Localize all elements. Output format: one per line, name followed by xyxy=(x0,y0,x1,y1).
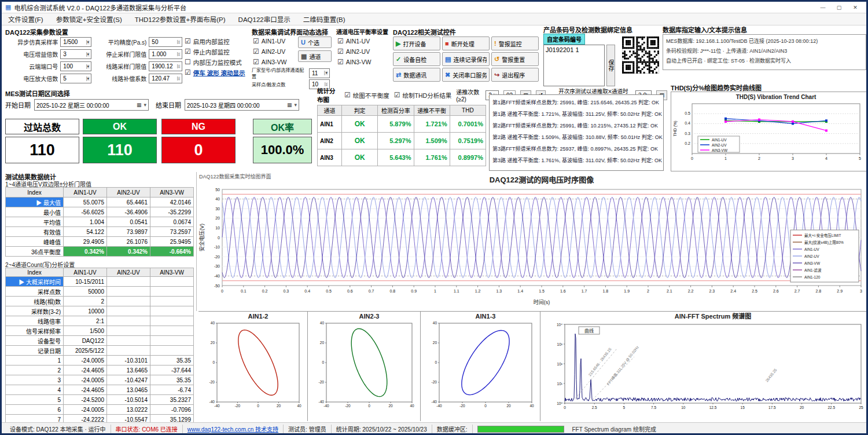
daq-control-button-7[interactable]: ✖关闭串口服务 xyxy=(442,68,490,82)
table-row[interactable]: ▶ 大概采样时间10-15/2011 xyxy=(6,277,194,287)
fft-panel: AIN-FFT Spectrum 频谱图10⁴10³10²10¹10⁰02.55… xyxy=(540,311,868,421)
result-row[interactable]: AIN3OK5.643%1.761%0.8997% xyxy=(318,149,486,166)
status-segment[interactable]: www.daq122-tech.com.cn 技术支持 xyxy=(183,425,284,433)
balance-checkbox-1[interactable]: ☑AIN2-UV xyxy=(337,46,372,57)
table-row[interactable]: 2-24.460513.6465-37.644 xyxy=(6,365,194,375)
thd-trend-chart[interactable]: THD(S) Vibration Trend Chart0.20.30.40.5… xyxy=(671,92,867,171)
table-row[interactable]: 线路(相)数2 xyxy=(6,297,194,306)
daq-option-checkbox-1[interactable]: ☑停止内部监控 xyxy=(185,46,249,57)
svg-text:-20: -20 xyxy=(209,380,215,384)
balance-checkbox-2[interactable]: ☑AIN3-VW xyxy=(337,57,372,67)
chevron-down-icon[interactable]: ▾ xyxy=(294,102,297,108)
table-row[interactable]: 最小值-56.6025-36.4906-35.2299 xyxy=(6,207,194,217)
maximize-button[interactable]: ▢ xyxy=(832,3,847,12)
table-row[interactable]: 设备型号DAQ122 xyxy=(6,336,194,346)
table-row[interactable]: 有效值54.12273.989773.2597 xyxy=(6,227,194,237)
table-row[interactable]: 信号采样频率1/500 xyxy=(6,326,194,336)
svg-text:2.5: 2.5 xyxy=(592,405,597,410)
status-segment: 测试员: 管理员 xyxy=(284,425,332,433)
barcode-input[interactable]: J0192201 1 xyxy=(543,45,605,86)
daq-control-button-5[interactable]: ↺警报重置 xyxy=(491,52,539,66)
svg-text:AIN1-3: AIN1-3 xyxy=(476,313,496,320)
table-row[interactable]: 采样点数50000 xyxy=(6,287,194,297)
table-row[interactable]: 1-24.0005-10.310135.35 xyxy=(6,356,194,365)
daq-option-checkbox-0[interactable]: ☑启用内部监控 xyxy=(185,36,249,46)
table-row[interactable]: 线路倍率2:1 xyxy=(6,316,194,326)
menu-item-2[interactable]: THD122参数设置+界面布局(P) xyxy=(128,13,232,25)
menu-item-4[interactable]: 二维码重置(B) xyxy=(297,13,352,25)
daq-param-fields: 异步仿真采样率1/500▾平均精度(Pa.s)50↕电压增益倍数3▾停止采样门限… xyxy=(5,36,182,85)
calendar-icon[interactable]: ▦ xyxy=(137,102,142,108)
table-row[interactable]: 峰峰值29.490526.107625.9495 xyxy=(6,237,194,247)
minimize-button[interactable]: — xyxy=(815,3,830,12)
param-input[interactable]: 1/500▾ xyxy=(60,37,91,47)
table-row[interactable]: ▶ 最大值55.007565.446142.0146 xyxy=(6,198,194,207)
param-input[interactable]: 100▾ xyxy=(60,61,91,71)
table-row[interactable]: 4-24.460513.0465-6.74 xyxy=(6,385,194,395)
daq-control-button-6[interactable]: ⇄数据通讯 xyxy=(393,68,440,82)
lissajous-chart-ain1-3[interactable]: AIN1-3-40-2002040-40-2002040 xyxy=(421,312,540,422)
daq-control-button-3[interactable]: ✓设备自检 xyxy=(393,52,440,66)
menu-item-0[interactable]: 文件设置(F) xyxy=(2,13,50,25)
lissajous-chart-ain1-2[interactable]: AIN1-2-40-2002040-40-2002040 xyxy=(198,312,307,422)
result-table-box: 通道判定检测百分率递推不平衡THDAIN1OK5.879%1.721%0.700… xyxy=(317,105,486,171)
table-row[interactable]: 平均值1.0040.05410.0674 xyxy=(6,217,194,227)
channel-mode-button-0[interactable]: U个选 xyxy=(298,36,332,48)
chevron-down-icon[interactable]: ▾ xyxy=(144,102,146,108)
result-row[interactable]: AIN1OK5.879%1.721%0.7001% xyxy=(318,116,486,133)
table-row[interactable]: 6-24.000513.0222-0.7096 xyxy=(6,405,194,415)
fft-spectrum-chart[interactable]: AIN-FFT Spectrum 频谱图10⁴10³10²10¹10⁰02.55… xyxy=(540,312,868,422)
param-input[interactable]: 120.47↕ xyxy=(149,74,182,83)
channel-mode-button-1[interactable]: ▦通道 xyxy=(298,50,332,62)
channel-checkbox-0[interactable]: ☑AIN1-UV xyxy=(253,36,296,46)
panel-daq-controls-title: DAQ122相关测试控件 xyxy=(393,27,541,36)
channel-checkbox-2[interactable]: ☑AIN3-VW xyxy=(253,57,296,67)
svg-text:20: 20 xyxy=(211,341,215,345)
param-input[interactable]: 1.000↕ xyxy=(149,49,182,59)
table-row[interactable]: 5-24.5200-10.501435.2327 xyxy=(6,395,194,405)
combo-label: 厂家型号/内部选择通道配置 xyxy=(252,67,307,79)
svg-text:AIN2-UV: AIN2-UV xyxy=(804,254,819,258)
param-input[interactable]: 50↕ xyxy=(149,37,182,47)
svg-text:0.2: 0.2 xyxy=(262,289,268,293)
daq-control-button-0[interactable]: ▶打开设备 xyxy=(393,36,440,50)
plot-option-checkbox-1[interactable]: ☑绘制THD分析结果 xyxy=(394,90,451,100)
svg-text:1.6: 1.6 xyxy=(560,289,566,293)
daq-control-button-1[interactable]: ■断开处理 xyxy=(442,36,490,50)
svg-text:-30: -30 xyxy=(214,264,220,268)
param-input[interactable]: 5▾ xyxy=(60,74,91,83)
menu-item-3[interactable]: DAQ122串口显示 xyxy=(232,13,297,25)
daq-control-button-2[interactable]: !警报监控 xyxy=(491,36,539,50)
daq-control-button-4[interactable]: ▤连续记录保存 xyxy=(442,52,490,66)
channel-config-select[interactable]: 11▾ xyxy=(309,68,330,78)
result-row[interactable]: AIN2OK5.297%1.509%0.7519% xyxy=(318,133,486,149)
start-date-input[interactable]: 2025-10-22 星期三 00:00:00▦▾ xyxy=(34,99,149,111)
svg-text:50: 50 xyxy=(215,188,220,192)
barcode-save-button[interactable]: 保存 xyxy=(606,45,615,86)
log-box[interactable]: 第1路FFT频谱采样点总数为: 25991, 峰值: 215.6546, 264… xyxy=(489,94,664,171)
param-input[interactable]: 3▾ xyxy=(60,49,91,59)
waveform-chart[interactable]: DAQ122测试的网电压时序图像-50-40-30-20-10010203040… xyxy=(197,172,868,311)
lissajous-chart-ain2-3[interactable]: AIN2-3-40-2002040-40-2002040 xyxy=(308,312,420,422)
plot-option-checkbox-0[interactable]: ☑绘图不平衡度 xyxy=(344,90,389,100)
close-button[interactable]: ✕ xyxy=(848,3,863,12)
calendar-icon[interactable]: ▦ xyxy=(287,102,292,108)
param-input[interactable]: 1900.12↕ xyxy=(149,61,182,71)
svg-text:-20: -20 xyxy=(432,380,437,384)
svg-text:安全电压(V): 安全电压(V) xyxy=(198,224,205,251)
table-row[interactable]: 3-24.0005-10.424735.35 xyxy=(6,375,194,385)
svg-text:0: 0 xyxy=(218,236,220,240)
daq-option-checkbox-3[interactable]: ☑停车 波形 滚动显示 xyxy=(185,67,249,78)
balance-checkbox-0[interactable]: ☑AIN1-UV xyxy=(337,36,372,46)
menu-item-1[interactable]: 参数锁定+安全设置(S) xyxy=(50,13,128,25)
daq-control-button-8[interactable]: ↪退出程序 xyxy=(491,68,539,82)
button-icon: ↪ xyxy=(494,71,499,79)
table-row[interactable]: 采样数(3-2)10000 xyxy=(6,306,194,316)
table-row[interactable]: 36点平衡度0.342%0.342%-0.664% xyxy=(6,247,194,257)
channel-checkbox-1[interactable]: ☑AIN2-UV xyxy=(253,46,296,57)
lissajous-panel-2: AIN2-3-40-2002040-40-2002040 xyxy=(307,311,420,421)
svg-text:AIN1-UV: AIN1-UV xyxy=(712,138,727,142)
daq-option-checkbox-2[interactable]: ☐内部压力监控模式 xyxy=(185,57,249,67)
table-row[interactable]: 记录日期2025/5/122 xyxy=(6,346,194,356)
end-date-input[interactable]: 2025-10-23 星期四 00:00:00▦▾ xyxy=(185,99,299,111)
